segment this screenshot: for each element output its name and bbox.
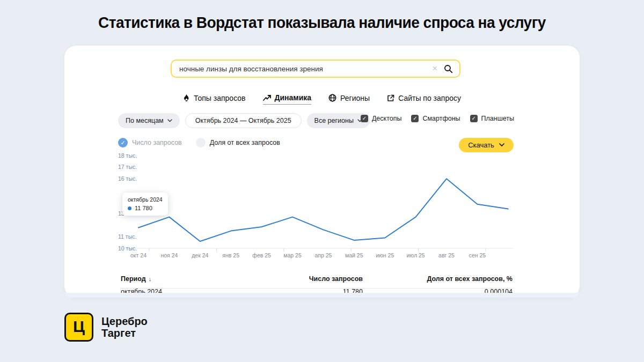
logo-letter: Ц bbox=[73, 317, 85, 336]
logo-text-line1: Церебро bbox=[101, 315, 148, 327]
chevron-down-icon bbox=[499, 143, 504, 147]
search-icon[interactable] bbox=[444, 64, 453, 73]
tab-dynamics[interactable]: Динамика bbox=[263, 93, 312, 105]
external-link-icon bbox=[387, 94, 394, 102]
page-title: Статистика в Вордстат показывала наличие… bbox=[10, 14, 634, 32]
tooltip-title: октябрь 2024 bbox=[128, 196, 163, 203]
filters: По месяцам Октябрь 2024 — Октябрь 2025 В… bbox=[118, 113, 370, 128]
tab-label: Сайты по запросу bbox=[398, 94, 461, 102]
tooltip-value: 11 780 bbox=[135, 205, 152, 211]
radio-unselected-icon bbox=[196, 138, 206, 147]
svg-text:июл 25: июл 25 bbox=[406, 252, 425, 258]
card-bottom-strip bbox=[64, 293, 580, 298]
checkbox-checked-icon: ✓ bbox=[361, 115, 368, 122]
table-header-share[interactable]: Доля от всех запросов, % bbox=[363, 275, 513, 283]
svg-text:10 тыс.: 10 тыс. bbox=[118, 245, 137, 252]
series-dot-icon bbox=[128, 206, 131, 210]
series-toggles: ✓ Число запросов Доля от всех запросов bbox=[118, 138, 280, 147]
date-range-label: Октябрь 2024 — Октябрь 2025 bbox=[195, 117, 291, 124]
svg-text:16 тыс.: 16 тыс. bbox=[118, 175, 137, 182]
wordstat-card: × Топы запросов Динамика Ре bbox=[64, 46, 580, 298]
svg-text:янв 25: янв 25 bbox=[222, 252, 239, 258]
svg-text:сен 25: сен 25 bbox=[469, 252, 486, 258]
chart-tooltip: октябрь 2024 11 780 bbox=[122, 193, 168, 216]
tab-regions[interactable]: Регионы bbox=[328, 93, 370, 105]
svg-text:17 тыс.: 17 тыс. bbox=[118, 164, 137, 170]
sort-down-icon: ↓ bbox=[149, 276, 152, 282]
chevron-down-icon bbox=[167, 119, 172, 122]
header-label: Период bbox=[121, 275, 146, 283]
toggle-label: Доля от всех запросов bbox=[210, 139, 280, 146]
svg-text:18 тыс.: 18 тыс. bbox=[118, 152, 137, 159]
globe-icon bbox=[328, 94, 336, 102]
logo-text: Церебро Таргет bbox=[101, 315, 148, 339]
tab-sites-by-query[interactable]: Сайты по запросу bbox=[387, 93, 461, 105]
download-button-label: Скачать bbox=[468, 141, 494, 149]
region-dropdown-label: Все регионы bbox=[314, 117, 354, 124]
line-chart: 18 тыс.17 тыс.16 тыс.13 тыс.11 тыс.10 ты… bbox=[118, 152, 518, 267]
cerebro-target-logo: Ц Церебро Таргет bbox=[64, 313, 148, 342]
clear-icon[interactable]: × bbox=[433, 64, 437, 73]
trend-icon bbox=[263, 94, 271, 101]
device-label: Десктопы bbox=[372, 115, 402, 122]
tab-bar: Топы запросов Динамика Регионы Сайты п bbox=[64, 93, 580, 105]
tab-label: Регионы bbox=[340, 94, 370, 102]
tab-label: Динамика bbox=[275, 93, 312, 102]
logo-text-line2: Таргет bbox=[101, 327, 148, 339]
fire-icon bbox=[183, 94, 190, 102]
search-bar: × bbox=[171, 60, 460, 78]
table-header: Период ↓ Число запросов Доля от всех зап… bbox=[121, 275, 513, 289]
checkbox-desktops[interactable]: ✓ Десктопы bbox=[361, 115, 402, 122]
toggle-share-of-all[interactable]: Доля от всех запросов bbox=[196, 138, 280, 147]
toggle-query-count[interactable]: ✓ Число запросов bbox=[118, 138, 182, 147]
search-input[interactable] bbox=[178, 64, 433, 73]
svg-text:дек 24: дек 24 bbox=[192, 252, 208, 258]
checkbox-smartphones[interactable]: ✓ Смартфоны bbox=[411, 115, 460, 122]
svg-text:11 тыс.: 11 тыс. bbox=[118, 233, 136, 240]
logo-icon: Ц bbox=[64, 313, 93, 342]
svg-text:мар 25: мар 25 bbox=[283, 252, 302, 258]
toggle-label: Число запросов bbox=[132, 139, 182, 146]
checkbox-tablets[interactable]: ✓ Планшеты bbox=[470, 115, 514, 122]
tab-label: Топы запросов bbox=[194, 94, 246, 102]
download-button[interactable]: Скачать bbox=[459, 138, 514, 152]
device-filters: ✓ Десктопы ✓ Смартфоны ✓ Планшеты bbox=[361, 115, 514, 122]
device-label: Планшеты bbox=[481, 115, 514, 122]
radio-selected-icon: ✓ bbox=[118, 138, 128, 147]
period-dropdown-label: По месяцам bbox=[126, 117, 164, 124]
svg-text:фев 25: фев 25 bbox=[252, 252, 271, 258]
table-header-period[interactable]: Период ↓ bbox=[121, 275, 279, 283]
tab-top-queries[interactable]: Топы запросов bbox=[183, 93, 246, 105]
svg-text:ноя 24: ноя 24 bbox=[160, 252, 178, 258]
checkbox-checked-icon: ✓ bbox=[411, 115, 419, 122]
table-header-count[interactable]: Число запросов bbox=[279, 275, 363, 283]
svg-text:июн 25: июн 25 bbox=[376, 252, 394, 258]
date-range-picker[interactable]: Октябрь 2024 — Октябрь 2025 bbox=[185, 113, 302, 128]
checkbox-checked-icon: ✓ bbox=[470, 115, 478, 122]
line-chart-area: 18 тыс.17 тыс.16 тыс.13 тыс.11 тыс.10 ты… bbox=[118, 152, 518, 267]
period-dropdown[interactable]: По месяцам bbox=[118, 113, 180, 128]
svg-text:май 25: май 25 bbox=[345, 252, 363, 258]
svg-text:авг 25: авг 25 bbox=[438, 252, 455, 258]
device-label: Смартфоны bbox=[422, 115, 460, 122]
svg-text:апр 25: апр 25 bbox=[314, 252, 332, 258]
svg-text:окт 24: окт 24 bbox=[130, 252, 147, 258]
